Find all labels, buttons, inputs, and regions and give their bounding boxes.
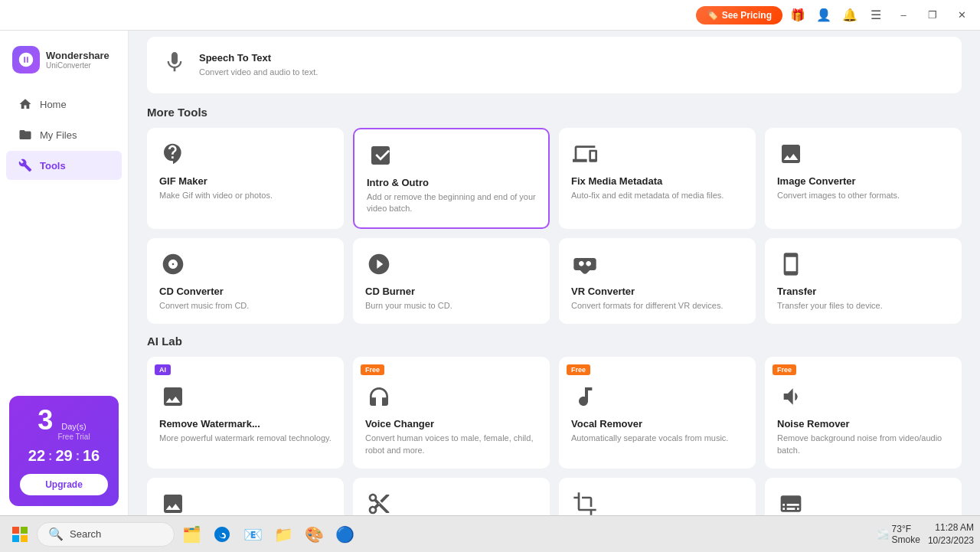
gif-maker-name: GIF Maker bbox=[159, 175, 332, 187]
image-converter-icon bbox=[777, 140, 805, 168]
remove-watermark-desc: More powerful watermark removal technolo… bbox=[159, 433, 332, 444]
free-badge-vocal: Free bbox=[567, 364, 590, 375]
tool-card-cd-converter[interactable]: CD Converter Convert music from CD. bbox=[147, 238, 344, 324]
tool-card-transfer[interactable]: Transfer Transfer your files to device. bbox=[765, 238, 962, 324]
voice-changer-name: Voice Changer bbox=[365, 418, 537, 430]
vocal-remover-icon bbox=[571, 383, 599, 410]
voice-changer-icon bbox=[365, 383, 393, 410]
svg-rect-2 bbox=[12, 535, 19, 542]
tool-card-gif-maker[interactable]: GIF Maker Make Gif with video or photos. bbox=[147, 128, 344, 229]
sidebar: Wondershare UniConverter Home My Files T… bbox=[0, 31, 129, 515]
weather-desc: Smoke bbox=[892, 534, 920, 545]
tool-card-cd-burner[interactable]: CD Burner Burn your music to CD. bbox=[353, 238, 550, 324]
user-icon[interactable]: 👤 bbox=[813, 5, 835, 26]
vr-converter-desc: Convert formats for different VR devices… bbox=[571, 300, 743, 312]
trial-days-label: Day(s) bbox=[57, 422, 90, 431]
logo-brand: Wondershare bbox=[46, 50, 109, 62]
tool-card-vr-converter[interactable]: VR Converter Convert formats for differe… bbox=[559, 238, 756, 324]
tool-card-smart-trimmer[interactable]: Smart Trimmer Automatically trim your vi… bbox=[353, 478, 550, 515]
close-button[interactable]: ✕ bbox=[949, 5, 974, 26]
taskbar-explorer-icon[interactable]: 🗂️ bbox=[178, 521, 205, 548]
tool-card-voice-changer[interactable]: Free Voice Changer Convert human voices … bbox=[353, 357, 550, 469]
intro-outro-name: Intro & Outro bbox=[367, 177, 536, 188]
app-logo bbox=[12, 46, 40, 73]
timer-hours: 22 bbox=[28, 447, 45, 465]
tool-card-subtitle-editor[interactable]: Subtitle Editor A powerful subtitle edit… bbox=[765, 478, 962, 515]
ai-lab-grid: AI Remove Watermark... More powerful wat… bbox=[147, 357, 962, 515]
tool-card-vocal-remover[interactable]: Free Vocal Remover Automatically separat… bbox=[559, 357, 756, 469]
noise-remover-icon bbox=[777, 383, 805, 410]
cd-converter-desc: Convert music from CD. bbox=[159, 300, 332, 312]
start-button[interactable] bbox=[6, 521, 34, 548]
notification-icon[interactable]: 🔔 bbox=[839, 5, 861, 26]
maximize-button[interactable]: ❐ bbox=[920, 5, 945, 26]
trial-box: 3 Day(s) Free Trial 22 : 29 : 16 Upgrade bbox=[9, 396, 119, 506]
taskbar-files-icon[interactable]: 📁 bbox=[270, 521, 297, 548]
menu-icon[interactable]: ☰ bbox=[865, 5, 887, 26]
minimize-button[interactable]: – bbox=[891, 5, 916, 26]
intro-outro-icon bbox=[367, 142, 394, 169]
pricing-icon: 🏷️ bbox=[707, 10, 718, 21]
remove-watermark-name: Remove Watermark... bbox=[159, 418, 332, 430]
speech-icon bbox=[161, 47, 188, 75]
taskbar-app2-icon[interactable]: 🔵 bbox=[331, 521, 358, 548]
taskbar-app1-icon[interactable]: 🎨 bbox=[300, 521, 328, 548]
sidebar-bottom: 3 Day(s) Free Trial 22 : 29 : 16 Upgrade bbox=[0, 387, 128, 515]
tool-card-intro-outro[interactable]: Intro & Outro Add or remove the beginnin… bbox=[353, 128, 550, 229]
see-pricing-button[interactable]: 🏷️ See Pricing bbox=[696, 6, 782, 24]
taskbar-edge-icon[interactable] bbox=[208, 521, 236, 548]
tool-card-fix-media[interactable]: Fix Media Metadata Auto-fix and edit met… bbox=[559, 128, 756, 229]
remove-watermark-icon bbox=[159, 383, 187, 410]
ai-badge: AI bbox=[155, 364, 171, 375]
logo-product: UniConverter bbox=[46, 61, 109, 70]
subtitle-editor-icon bbox=[777, 490, 805, 515]
free-badge-voice: Free bbox=[361, 364, 384, 375]
nav-tools-label: Tools bbox=[40, 160, 66, 171]
taskbar-clock: 11:28 AM 10/23/2023 bbox=[928, 521, 974, 547]
speech-to-text-name: Speech To Text bbox=[199, 52, 318, 64]
more-tools-title: More Tools bbox=[147, 106, 962, 119]
auto-crop-icon bbox=[571, 490, 599, 515]
trial-days: 3 bbox=[38, 407, 53, 434]
cd-burner-name: CD Burner bbox=[365, 286, 537, 297]
titlebar-actions: 🏷️ See Pricing 🎁 👤 🔔 ☰ – ❐ ✕ bbox=[696, 5, 974, 26]
cd-converter-name: CD Converter bbox=[159, 286, 332, 297]
timer-minutes: 29 bbox=[55, 447, 72, 465]
image-converter-desc: Convert images to other formats. bbox=[777, 190, 949, 201]
noise-remover-desc: Remove background noise from video/audio… bbox=[777, 433, 949, 456]
tool-card-remove-watermark[interactable]: AI Remove Watermark... More powerful wat… bbox=[147, 357, 344, 469]
upgrade-button[interactable]: Upgrade bbox=[20, 474, 108, 495]
tool-card-auto-crop[interactable]: Auto Crop Automatically resize videos fo… bbox=[559, 478, 756, 515]
tool-card-image-converter[interactable]: Image Converter Convert images to other … bbox=[765, 128, 962, 229]
ai-lab-title: AI Lab bbox=[147, 335, 962, 348]
weather-icon: 🌫️ bbox=[877, 529, 889, 540]
sidebar-item-myfiles[interactable]: My Files bbox=[6, 120, 122, 149]
taskbar-mail-icon[interactable]: 📧 bbox=[239, 521, 266, 548]
smart-trimmer-icon bbox=[365, 490, 393, 515]
app-body: Wondershare UniConverter Home My Files T… bbox=[0, 31, 980, 515]
fix-media-name: Fix Media Metadata bbox=[571, 175, 743, 187]
sidebar-item-tools[interactable]: Tools bbox=[6, 151, 122, 180]
cd-burner-desc: Burn your music to CD. bbox=[365, 300, 537, 312]
taskbar-search[interactable]: 🔍 Search bbox=[37, 522, 175, 547]
taskbar-weather: 🌫️ 73°F Smoke bbox=[877, 524, 920, 545]
clock-time: 11:28 AM bbox=[928, 521, 974, 534]
tool-card-noise-remover[interactable]: Free Noise Remover Remove background noi… bbox=[765, 357, 962, 469]
intro-outro-desc: Add or remove the beginning and end of y… bbox=[367, 191, 536, 215]
sidebar-item-home[interactable]: Home bbox=[6, 90, 122, 119]
logo-area: Wondershare UniConverter bbox=[0, 37, 128, 89]
speech-to-text-card[interactable]: Speech To Text Convert video and audio t… bbox=[147, 37, 962, 93]
trial-free-label: Free Trial bbox=[57, 433, 90, 441]
free-badge-noise: Free bbox=[773, 364, 796, 375]
timer-seconds: 16 bbox=[83, 447, 100, 465]
taskbar-app-icons: 🗂️ 📧 📁 🎨 🔵 bbox=[178, 521, 358, 548]
tool-card-watermark-editor[interactable]: Watermark Editor Add or remove watermark… bbox=[147, 478, 344, 515]
vr-converter-icon bbox=[571, 250, 599, 278]
image-converter-name: Image Converter bbox=[777, 175, 949, 187]
transfer-desc: Transfer your files to device. bbox=[777, 300, 949, 312]
search-icon: 🔍 bbox=[48, 527, 64, 541]
trial-timer: 22 : 29 : 16 bbox=[20, 447, 108, 465]
weather-temp: 73°F bbox=[892, 524, 920, 534]
gift-icon[interactable]: 🎁 bbox=[787, 5, 808, 26]
taskbar-right: 🌫️ 73°F Smoke 11:28 AM 10/23/2023 bbox=[877, 521, 974, 547]
